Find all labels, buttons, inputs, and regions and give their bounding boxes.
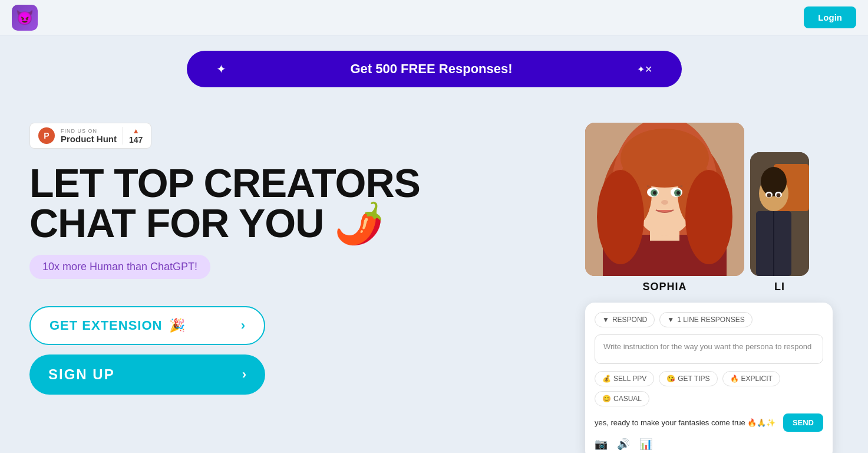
casual-label: CASUAL xyxy=(613,395,642,403)
sell-ppv-emoji: 💰 xyxy=(602,375,611,383)
hero-line2: CHAT FOR YOU 🌶️ xyxy=(29,203,573,243)
right-column: SOPHIA xyxy=(585,123,839,453)
creator-card-sophia[interactable]: SOPHIA xyxy=(585,123,744,293)
product-hunt-logo: P xyxy=(38,127,55,144)
responses-arrow-icon: ▼ xyxy=(667,316,674,324)
tag-casual[interactable]: 😊 CASUAL xyxy=(595,391,649,406)
li-photo xyxy=(750,152,809,276)
product-hunt-badge[interactable]: P FIND US ON Product Hunt ▲ 147 xyxy=(29,123,151,149)
chat-widget: ▼ RESPOND ▼ 1 LINE RESPONSES Write instr… xyxy=(585,303,833,453)
hero-line1: LET TOP CREATORS xyxy=(29,163,573,203)
tag-get-tips[interactable]: 😘 GET TIPS xyxy=(659,371,717,386)
responses-label: 1 LINE RESPONSES xyxy=(677,316,745,324)
sell-ppv-label: SELL PPV xyxy=(613,375,646,383)
login-button[interactable]: Login xyxy=(804,6,856,28)
respond-arrow-icon: ▼ xyxy=(602,316,609,324)
respond-button[interactable]: ▼ RESPOND xyxy=(595,312,655,327)
tag-sell-ppv[interactable]: 💰 SELL PPV xyxy=(595,371,654,386)
casual-emoji: 😊 xyxy=(602,395,611,403)
sign-up-label: SIGN UP xyxy=(48,366,115,383)
chat-tags: 💰 SELL PPV 😘 GET TIPS 🔥 EXPLICIT 😊 CASUA… xyxy=(595,371,823,406)
chat-message-row: yes, ready to make your fantasies come t… xyxy=(595,413,823,432)
svg-point-27 xyxy=(777,193,781,198)
svg-point-26 xyxy=(767,193,771,198)
sophia-photo xyxy=(585,123,744,276)
header: 😈 Login xyxy=(0,0,868,35)
svg-point-16 xyxy=(597,170,644,264)
tag-explicit[interactable]: 🔥 EXPLICIT xyxy=(722,371,780,386)
camera-icon[interactable]: 📷 xyxy=(595,438,608,451)
responses-button[interactable]: ▼ 1 LINE RESPONSES xyxy=(659,312,753,327)
sophia-name: SOPHIA xyxy=(642,281,687,293)
get-tips-emoji: 😘 xyxy=(666,375,675,383)
li-name: LI xyxy=(774,281,785,293)
banner-close-button[interactable]: ✦✕ xyxy=(637,64,652,75)
li-portrait-svg xyxy=(750,152,809,276)
product-hunt-text: FIND US ON Product Hunt xyxy=(61,128,117,144)
svg-point-12 xyxy=(653,191,656,195)
get-extension-chevron-icon: › xyxy=(241,318,245,333)
svg-point-13 xyxy=(676,191,680,195)
promo-banner: ✦ Get 500 FREE Responses! ✦✕ xyxy=(187,51,682,87)
sign-up-button[interactable]: SIGN UP › xyxy=(29,354,265,395)
hero-subtitle: 10x more Human than ChatGPT! xyxy=(29,255,210,279)
get-extension-emoji: 🎉 xyxy=(169,318,185,333)
chart-icon[interactable]: 📊 xyxy=(639,438,652,451)
get-extension-button[interactable]: GET EXTENSION 🎉 › xyxy=(29,306,265,345)
sophia-portrait-svg xyxy=(585,123,744,276)
svg-point-21 xyxy=(761,167,787,196)
creator-cards: SOPHIA xyxy=(585,123,839,293)
app-logo[interactable]: 😈 xyxy=(12,5,38,31)
chat-instruction-input[interactable]: Write instruction for the way you want t… xyxy=(595,334,823,364)
product-hunt-find-label: FIND US ON xyxy=(61,128,117,134)
explicit-emoji: 🔥 xyxy=(730,375,739,383)
hero-headline: LET TOP CREATORS CHAT FOR YOU 🌶️ xyxy=(29,163,573,243)
get-tips-label: GET TIPS xyxy=(678,375,709,383)
audio-icon[interactable]: 🔊 xyxy=(617,438,630,451)
left-column: P FIND US ON Product Hunt ▲ 147 LET TOP … xyxy=(29,123,585,453)
chat-bottom-icons: 📷 🔊 📊 xyxy=(595,438,823,451)
send-button[interactable]: SEND xyxy=(783,413,823,432)
chat-controls: ▼ RESPOND ▼ 1 LINE RESPONSES xyxy=(595,312,823,327)
svg-point-17 xyxy=(685,170,732,264)
upvote-arrow-icon: ▲ xyxy=(133,127,140,135)
get-extension-label: GET EXTENSION xyxy=(49,318,162,333)
svg-point-14 xyxy=(661,200,668,205)
chat-instruction-placeholder: Write instruction for the way you want t… xyxy=(603,342,811,351)
get-extension-btn-left: GET EXTENSION 🎉 xyxy=(49,318,185,333)
creator-card-li[interactable]: LI xyxy=(750,152,809,293)
respond-label: RESPOND xyxy=(612,316,647,324)
chat-message-text: yes, ready to make your fantasies come t… xyxy=(595,418,783,427)
vote-count: 147 xyxy=(129,135,143,145)
banner-wrapper: ✦ Get 500 FREE Responses! ✦✕ xyxy=(0,35,868,111)
sign-up-chevron-icon: › xyxy=(242,367,246,382)
product-hunt-name: Product Hunt xyxy=(61,134,117,144)
product-hunt-divider xyxy=(123,127,123,145)
banner-sparkle-left-icon: ✦ xyxy=(216,62,226,76)
explicit-label: EXPLICIT xyxy=(741,375,773,383)
product-hunt-votes: ▲ 147 xyxy=(129,127,143,145)
main-content: P FIND US ON Product Hunt ▲ 147 LET TOP … xyxy=(0,111,868,453)
banner-text: Get 500 FREE Responses! xyxy=(226,61,637,77)
